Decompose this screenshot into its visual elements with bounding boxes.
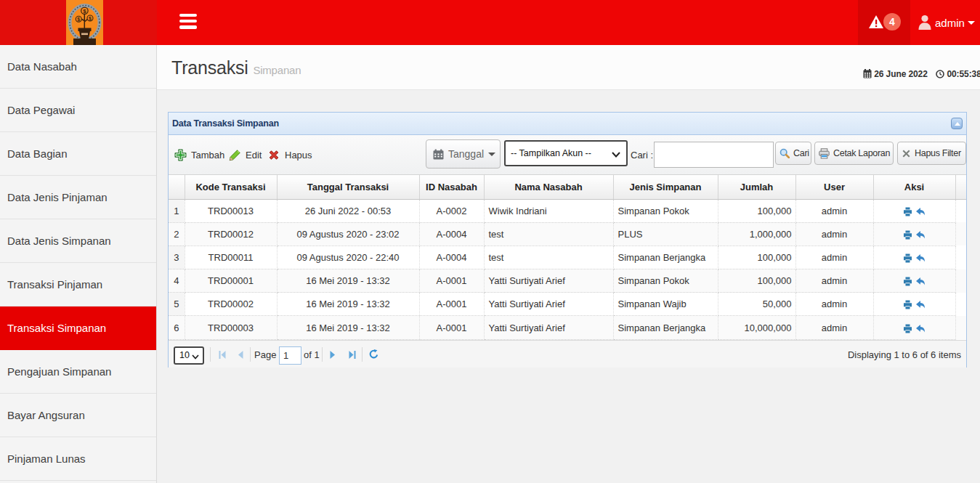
svg-text:$: $ (77, 17, 80, 23)
svg-text:$: $ (89, 16, 92, 22)
svg-text:$: $ (83, 8, 86, 15)
